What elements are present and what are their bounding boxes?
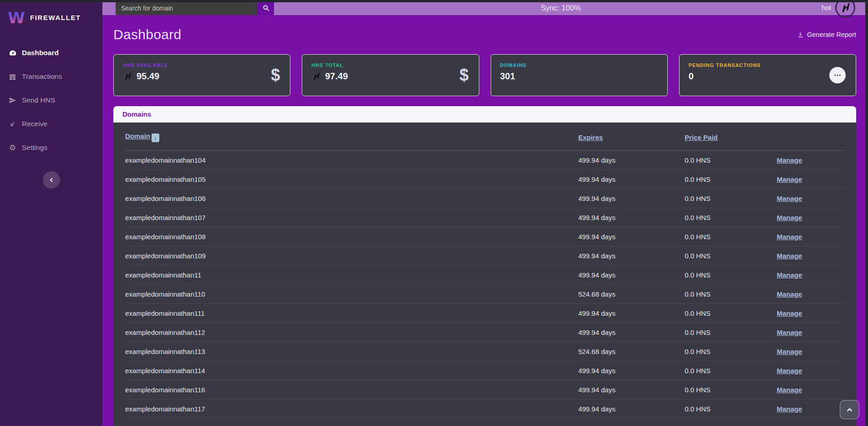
table-row: exampledomainnathan109 499.94 days 0.0 H… [125, 246, 844, 266]
manage-link[interactable]: Manage [777, 214, 802, 221]
sort-price-paid-link[interactable]: Price Paid [685, 133, 718, 141]
manage-link[interactable]: Manage [777, 405, 802, 413]
table-row: exampledomainnathan105 499.94 days 0.0 H… [125, 170, 844, 189]
domain-cell: exampledomainnathan111 [125, 304, 578, 323]
domain-cell: exampledomainnathan112 [125, 323, 578, 342]
domain-cell: exampledomainnathan106 [125, 189, 578, 208]
sort-domain-link[interactable]: Domain [125, 132, 150, 140]
manage-link[interactable]: Manage [777, 328, 802, 336]
price-cell: 0.0 HNS [685, 342, 777, 361]
brand-title: FIREWALLET [30, 14, 81, 21]
gear-icon: ⚙ [8, 144, 17, 152]
table-row: exampledomainnathan112 499.94 days 0.0 H… [125, 323, 844, 342]
manage-link[interactable]: Manage [777, 386, 802, 394]
sort-expires-link[interactable]: Expires [578, 133, 603, 141]
sidebar-item-label: Dashboard [22, 49, 59, 57]
download-icon [797, 31, 804, 38]
table-row: exampledomainnathan114 499.94 days 0.0 H… [125, 361, 844, 380]
price-cell: 0.0 HNS [685, 361, 777, 380]
dashboard-content: Dashboard Generate Report HNS AVAILABLE [102, 15, 868, 426]
chevron-up-icon [846, 406, 853, 414]
price-cell: 0.0 HNS [685, 170, 777, 189]
domains-panel-title: Domains [122, 110, 151, 118]
search-button[interactable] [258, 1, 274, 15]
table-row: exampledomainnathan113 524.68 days 0.0 H… [125, 342, 844, 361]
table-row: exampledomainnathan111 499.94 days 0.0 H… [125, 304, 844, 323]
expires-cell: 499.94 days [578, 170, 685, 189]
window-top-edge [0, 0, 868, 2]
stat-card-label: HNS TOTAL [311, 62, 469, 68]
expires-cell: 499.94 days [578, 380, 685, 400]
domains-table: Domain↓ Expires Price Paid exampledomain… [125, 123, 844, 419]
search-icon [263, 5, 269, 11]
price-cell: 0.0 HNS [685, 400, 777, 419]
expires-cell: 499.94 days [578, 266, 685, 285]
price-cell: 0.0 HNS [685, 246, 777, 266]
manage-link[interactable]: Manage [777, 367, 802, 375]
brand-link[interactable]: W FIREWALLET [0, 2, 102, 31]
sidebar-item-transactions[interactable]: Transactions [0, 65, 102, 88]
dollar-sign-icon: $ [271, 67, 280, 83]
table-header-row: Domain↓ Expires Price Paid [125, 123, 844, 151]
sidebar-item-label: Transactions [22, 72, 62, 81]
domain-cell: exampledomainnathan105 [125, 170, 578, 189]
receive-arrow-icon [8, 121, 17, 128]
table-row: exampledomainnathan106 499.94 days 0.0 H… [125, 189, 844, 208]
stat-card-value: 97.49 [325, 71, 348, 82]
hns-logo-icon [123, 72, 132, 81]
sidebar-item-dashboard[interactable]: Dashboard [0, 41, 102, 65]
domain-cell: exampledomainnathan108 [125, 227, 578, 246]
stat-card-value: 301 [500, 71, 515, 82]
manage-link[interactable]: Manage [777, 252, 802, 260]
scroll-to-top-button[interactable] [840, 400, 859, 419]
price-cell: 0.0 HNS [685, 323, 777, 342]
manage-link[interactable]: Manage [777, 233, 802, 241]
sidebar-item-settings[interactable]: ⚙ Settings [0, 136, 102, 159]
expires-cell: 499.94 days [578, 151, 685, 170]
search-input[interactable] [116, 1, 258, 15]
manage-link[interactable]: Manage [777, 271, 802, 279]
table-icon [8, 73, 17, 81]
price-cell: 0.0 HNS [685, 380, 777, 400]
table-row: exampledomainnathan116 499.94 days 0.0 H… [125, 380, 844, 400]
ellipsis-icon [834, 74, 841, 77]
expires-cell: 524.68 days [578, 342, 685, 361]
wallet-selector[interactable]: hot [822, 0, 855, 18]
sidebar-collapse-button[interactable] [43, 171, 60, 189]
wallet-name: hot [822, 4, 831, 11]
manage-link[interactable]: Manage [777, 175, 802, 183]
sidebar-item-receive[interactable]: Receive [0, 112, 102, 136]
table-row: exampledomainnathan108 499.94 days 0.0 H… [125, 227, 844, 246]
send-icon [8, 97, 17, 104]
sidebar-item-label: Settings [22, 144, 47, 152]
domains-panel-header: Domains [113, 106, 856, 123]
expires-cell: 499.94 days [578, 227, 685, 246]
sidebar-nav: Dashboard Transactions Send HNS [0, 41, 102, 159]
manage-link[interactable]: Manage [777, 156, 802, 164]
manage-link[interactable]: Manage [777, 348, 802, 355]
expires-cell: 499.94 days [578, 246, 685, 266]
price-cell: 0.0 HNS [685, 189, 777, 208]
price-cell: 0.0 HNS [685, 151, 777, 170]
hns-logo-icon [311, 72, 321, 81]
domain-cell: exampledomainnathan117 [125, 400, 578, 419]
price-cell: 0.0 HNS [685, 304, 777, 323]
generate-report-button[interactable]: Generate Report [797, 31, 856, 38]
stat-card-label: PENDING TRANSACTIONS [689, 62, 847, 68]
domains-panel: Domains Domain↓ Expires Price Paid [113, 106, 856, 426]
manage-link[interactable]: Manage [777, 290, 802, 298]
domain-cell: exampledomainnathan116 [125, 380, 578, 400]
page-title: Dashboard [113, 27, 181, 42]
domain-cell: exampledomainnathan114 [125, 361, 578, 380]
dashboard-gauge-icon [8, 49, 17, 57]
manage-link[interactable]: Manage [777, 195, 802, 202]
pending-actions-button[interactable] [829, 67, 846, 83]
sidebar-item-send-hns[interactable]: Send HNS [0, 88, 102, 112]
price-cell: 0.0 HNS [685, 208, 777, 227]
window-right-edge [865, 0, 868, 426]
manage-link[interactable]: Manage [777, 309, 802, 317]
table-row: exampledomainnathan104 499.94 days 0.0 H… [125, 151, 844, 170]
stat-card-value: 0 [689, 71, 694, 82]
table-row: exampledomainnathan117 499.94 days 0.0 H… [125, 400, 844, 419]
domain-cell: exampledomainnathan107 [125, 208, 578, 227]
